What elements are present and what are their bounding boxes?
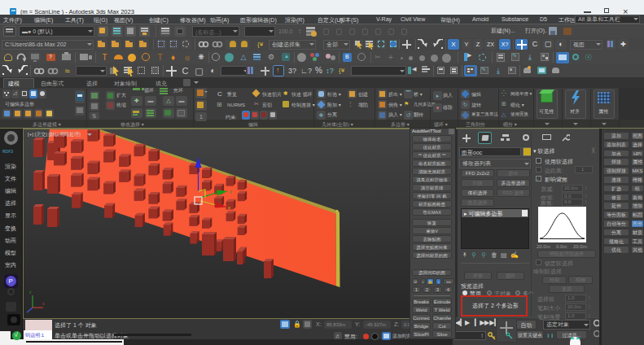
svg-text:y: y bbox=[230, 189, 232, 194]
svg-text:x: x bbox=[228, 205, 230, 210]
